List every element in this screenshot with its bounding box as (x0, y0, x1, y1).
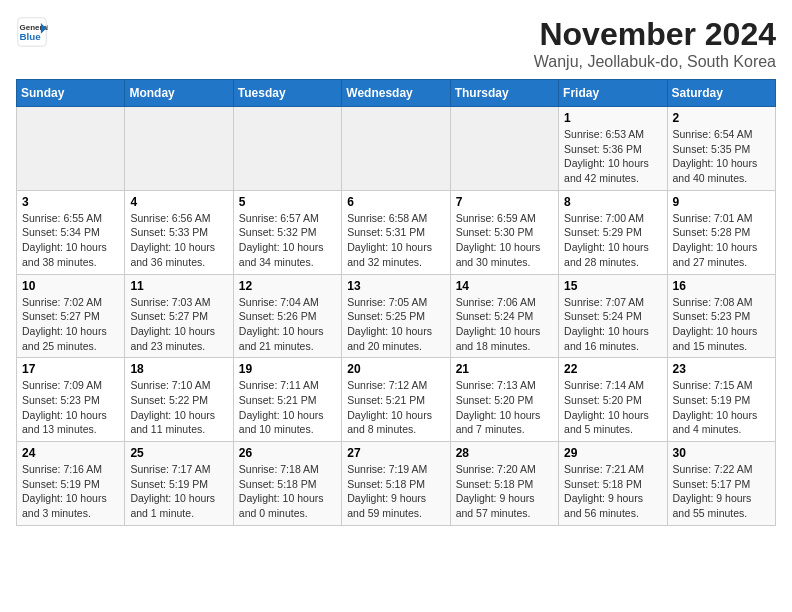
calendar-cell: 21Sunrise: 7:13 AMSunset: 5:20 PMDayligh… (450, 358, 558, 442)
svg-text:Blue: Blue (20, 31, 42, 42)
calendar-cell: 10Sunrise: 7:02 AMSunset: 5:27 PMDayligh… (17, 274, 125, 358)
calendar-cell: 8Sunrise: 7:00 AMSunset: 5:29 PMDaylight… (559, 190, 667, 274)
weekday-header-monday: Monday (125, 80, 233, 107)
calendar-week-5: 24Sunrise: 7:16 AMSunset: 5:19 PMDayligh… (17, 442, 776, 526)
day-info: Sunrise: 7:17 AMSunset: 5:19 PMDaylight:… (130, 462, 227, 521)
calendar-cell: 26Sunrise: 7:18 AMSunset: 5:18 PMDayligh… (233, 442, 341, 526)
day-number: 14 (456, 279, 553, 293)
day-info: Sunrise: 7:08 AMSunset: 5:23 PMDaylight:… (673, 295, 770, 354)
weekday-header-saturday: Saturday (667, 80, 775, 107)
calendar-cell: 29Sunrise: 7:21 AMSunset: 5:18 PMDayligh… (559, 442, 667, 526)
day-info: Sunrise: 7:19 AMSunset: 5:18 PMDaylight:… (347, 462, 444, 521)
day-number: 20 (347, 362, 444, 376)
day-number: 27 (347, 446, 444, 460)
day-info: Sunrise: 7:22 AMSunset: 5:17 PMDaylight:… (673, 462, 770, 521)
day-number: 1 (564, 111, 661, 125)
day-number: 18 (130, 362, 227, 376)
calendar-cell (17, 107, 125, 191)
day-number: 3 (22, 195, 119, 209)
day-info: Sunrise: 7:15 AMSunset: 5:19 PMDaylight:… (673, 378, 770, 437)
calendar-week-3: 10Sunrise: 7:02 AMSunset: 5:27 PMDayligh… (17, 274, 776, 358)
day-number: 22 (564, 362, 661, 376)
day-number: 8 (564, 195, 661, 209)
calendar-cell: 18Sunrise: 7:10 AMSunset: 5:22 PMDayligh… (125, 358, 233, 442)
calendar-body: 1Sunrise: 6:53 AMSunset: 5:36 PMDaylight… (17, 107, 776, 526)
day-number: 25 (130, 446, 227, 460)
day-info: Sunrise: 7:09 AMSunset: 5:23 PMDaylight:… (22, 378, 119, 437)
day-number: 23 (673, 362, 770, 376)
day-number: 11 (130, 279, 227, 293)
calendar-cell: 28Sunrise: 7:20 AMSunset: 5:18 PMDayligh… (450, 442, 558, 526)
day-number: 28 (456, 446, 553, 460)
calendar-cell: 24Sunrise: 7:16 AMSunset: 5:19 PMDayligh… (17, 442, 125, 526)
calendar-cell (125, 107, 233, 191)
calendar-cell: 27Sunrise: 7:19 AMSunset: 5:18 PMDayligh… (342, 442, 450, 526)
day-info: Sunrise: 7:13 AMSunset: 5:20 PMDaylight:… (456, 378, 553, 437)
day-info: Sunrise: 7:04 AMSunset: 5:26 PMDaylight:… (239, 295, 336, 354)
day-number: 24 (22, 446, 119, 460)
calendar-cell: 14Sunrise: 7:06 AMSunset: 5:24 PMDayligh… (450, 274, 558, 358)
day-number: 19 (239, 362, 336, 376)
day-number: 5 (239, 195, 336, 209)
day-number: 9 (673, 195, 770, 209)
day-info: Sunrise: 6:53 AMSunset: 5:36 PMDaylight:… (564, 127, 661, 186)
day-info: Sunrise: 6:56 AMSunset: 5:33 PMDaylight:… (130, 211, 227, 270)
day-info: Sunrise: 7:01 AMSunset: 5:28 PMDaylight:… (673, 211, 770, 270)
day-info: Sunrise: 7:05 AMSunset: 5:25 PMDaylight:… (347, 295, 444, 354)
calendar-cell: 3Sunrise: 6:55 AMSunset: 5:34 PMDaylight… (17, 190, 125, 274)
calendar-cell: 30Sunrise: 7:22 AMSunset: 5:17 PMDayligh… (667, 442, 775, 526)
calendar-cell: 15Sunrise: 7:07 AMSunset: 5:24 PMDayligh… (559, 274, 667, 358)
day-info: Sunrise: 7:03 AMSunset: 5:27 PMDaylight:… (130, 295, 227, 354)
logo-icon: General Blue (16, 16, 48, 48)
title-block: November 2024 Wanju, Jeollabuk-do, South… (534, 16, 776, 71)
calendar-cell: 17Sunrise: 7:09 AMSunset: 5:23 PMDayligh… (17, 358, 125, 442)
calendar-week-1: 1Sunrise: 6:53 AMSunset: 5:36 PMDaylight… (17, 107, 776, 191)
day-info: Sunrise: 7:00 AMSunset: 5:29 PMDaylight:… (564, 211, 661, 270)
day-info: Sunrise: 7:06 AMSunset: 5:24 PMDaylight:… (456, 295, 553, 354)
calendar-cell: 16Sunrise: 7:08 AMSunset: 5:23 PMDayligh… (667, 274, 775, 358)
day-info: Sunrise: 6:57 AMSunset: 5:32 PMDaylight:… (239, 211, 336, 270)
day-info: Sunrise: 7:14 AMSunset: 5:20 PMDaylight:… (564, 378, 661, 437)
calendar-cell: 1Sunrise: 6:53 AMSunset: 5:36 PMDaylight… (559, 107, 667, 191)
day-number: 13 (347, 279, 444, 293)
page-header: General Blue November 2024 Wanju, Jeolla… (16, 16, 776, 71)
day-info: Sunrise: 6:58 AMSunset: 5:31 PMDaylight:… (347, 211, 444, 270)
calendar-cell: 2Sunrise: 6:54 AMSunset: 5:35 PMDaylight… (667, 107, 775, 191)
day-info: Sunrise: 6:55 AMSunset: 5:34 PMDaylight:… (22, 211, 119, 270)
day-info: Sunrise: 7:20 AMSunset: 5:18 PMDaylight:… (456, 462, 553, 521)
day-info: Sunrise: 7:21 AMSunset: 5:18 PMDaylight:… (564, 462, 661, 521)
weekday-header-friday: Friday (559, 80, 667, 107)
weekday-header-sunday: Sunday (17, 80, 125, 107)
day-number: 12 (239, 279, 336, 293)
day-number: 17 (22, 362, 119, 376)
calendar-table: SundayMondayTuesdayWednesdayThursdayFrid… (16, 79, 776, 526)
page-title: November 2024 (534, 16, 776, 53)
calendar-cell: 22Sunrise: 7:14 AMSunset: 5:20 PMDayligh… (559, 358, 667, 442)
calendar-cell (233, 107, 341, 191)
calendar-cell (450, 107, 558, 191)
calendar-header: SundayMondayTuesdayWednesdayThursdayFrid… (17, 80, 776, 107)
calendar-cell: 9Sunrise: 7:01 AMSunset: 5:28 PMDaylight… (667, 190, 775, 274)
day-number: 2 (673, 111, 770, 125)
day-number: 30 (673, 446, 770, 460)
calendar-cell: 23Sunrise: 7:15 AMSunset: 5:19 PMDayligh… (667, 358, 775, 442)
day-number: 26 (239, 446, 336, 460)
day-info: Sunrise: 7:11 AMSunset: 5:21 PMDaylight:… (239, 378, 336, 437)
weekday-row: SundayMondayTuesdayWednesdayThursdayFrid… (17, 80, 776, 107)
day-info: Sunrise: 7:10 AMSunset: 5:22 PMDaylight:… (130, 378, 227, 437)
day-number: 4 (130, 195, 227, 209)
calendar-cell: 12Sunrise: 7:04 AMSunset: 5:26 PMDayligh… (233, 274, 341, 358)
day-info: Sunrise: 7:18 AMSunset: 5:18 PMDaylight:… (239, 462, 336, 521)
day-info: Sunrise: 7:02 AMSunset: 5:27 PMDaylight:… (22, 295, 119, 354)
weekday-header-wednesday: Wednesday (342, 80, 450, 107)
calendar-cell: 19Sunrise: 7:11 AMSunset: 5:21 PMDayligh… (233, 358, 341, 442)
day-number: 15 (564, 279, 661, 293)
calendar-week-4: 17Sunrise: 7:09 AMSunset: 5:23 PMDayligh… (17, 358, 776, 442)
calendar-cell: 13Sunrise: 7:05 AMSunset: 5:25 PMDayligh… (342, 274, 450, 358)
page-subtitle: Wanju, Jeollabuk-do, South Korea (534, 53, 776, 71)
calendar-cell: 4Sunrise: 6:56 AMSunset: 5:33 PMDaylight… (125, 190, 233, 274)
weekday-header-thursday: Thursday (450, 80, 558, 107)
calendar-cell: 6Sunrise: 6:58 AMSunset: 5:31 PMDaylight… (342, 190, 450, 274)
day-number: 21 (456, 362, 553, 376)
calendar-cell: 5Sunrise: 6:57 AMSunset: 5:32 PMDaylight… (233, 190, 341, 274)
